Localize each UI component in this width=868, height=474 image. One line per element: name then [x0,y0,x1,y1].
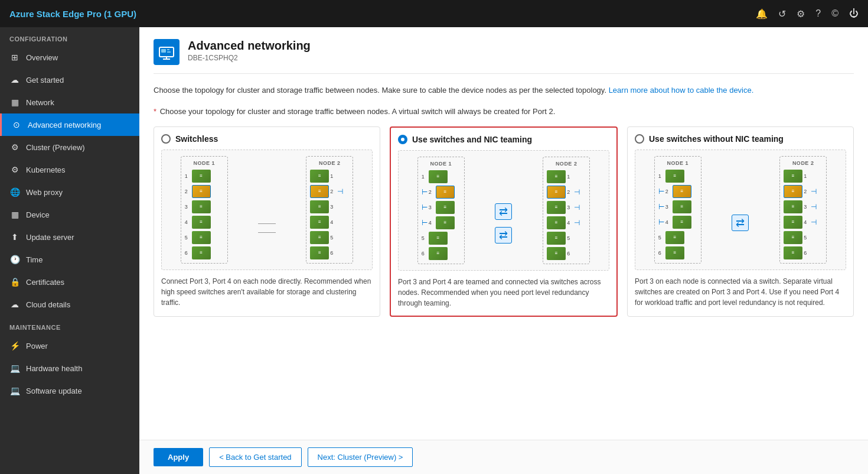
svg-rect-3 [167,51,171,53]
node2-nic-teaming: NODE 2 ≡ 1 ≡ 2 ⊣ ≡ [543,157,590,264]
sidebar-item-overview[interactable]: ⊞ Overview [0,46,139,69]
card-desc-switchless: Connect Port 3, Port 4 on each node dire… [161,276,373,308]
bell-icon[interactable]: 🔔 [756,8,768,20]
topbar-icons: 🔔 ↺ ⚙ ? © ⏻ [756,8,859,20]
topology-instruction: * Choose your topology for cluster and s… [154,107,854,116]
sidebar-item-cluster[interactable]: ⚙ Cluster (Preview) [0,136,139,158]
topology-cards: Switchless NODE 1 1 ≡ 2 ≡ [154,126,854,317]
advanced-networking-icon: ⊙ [11,119,22,130]
next-button[interactable]: Next: Cluster (Preview) > [308,447,413,467]
sidebar-item-certificates[interactable]: 🔒 Certificates [0,271,139,293]
sidebar-item-time[interactable]: 🕐 Time [0,248,139,271]
sidebar-item-label: Update server [26,233,74,242]
cloud-details-icon: ☁ [9,299,20,310]
radio-nic-teaming[interactable] [398,135,407,144]
sidebar-item-label: Cloud details [26,300,70,309]
page-header-icon [154,39,180,65]
nic-teaming-switches: ⇄ ⇄ [495,203,512,244]
sidebar-item-kubernetes[interactable]: ⚙ Kubernetes [0,158,139,181]
node1-nic-teaming: NODE 1 1 ≡ ⊢ 2 ≡ ⊢ [417,157,465,264]
sidebar-item-network[interactable]: ▦ Network [0,91,139,113]
sidebar-item-label: Get started [26,76,64,85]
certificates-icon: 🔒 [9,277,20,287]
copyright-icon[interactable]: © [831,8,838,19]
get-started-icon: ☁ [9,74,20,85]
back-button[interactable]: < Back to Get started [209,447,301,467]
sidebar-item-label: Power [26,342,48,350]
sidebar-item-label: Software update [26,387,82,395]
cluster-icon: ⚙ [9,142,20,152]
time-icon: 🕐 [9,254,20,265]
sidebar-item-label: Device [26,210,50,219]
node-diagram-nic-teaming: NODE 1 1 ≡ ⊢ 2 ≡ ⊢ [398,150,609,271]
sidebar-item-update-server[interactable]: ⬆ Update server [0,226,139,248]
sidebar-item-software-update[interactable]: 💻 Software update [0,379,139,402]
node-diagram-switchless: NODE 1 1 ≡ 2 ≡ 3 ≡ [161,150,373,270]
node2-switchless: NODE 2 ≡ 1 ≡ 2 ⊣ ≡ [306,156,353,264]
node1-no-nic: NODE 1 1 ≡ ⊢ 2 ≡ ⊢ [654,156,701,264]
hardware-health-icon: 💻 [9,363,20,374]
sidebar-item-web-proxy[interactable]: 🌐 Web proxy [0,181,139,203]
learn-more-link[interactable]: Learn more about how to cable the device… [609,86,754,95]
page-title: Advanced networking [188,39,311,53]
sidebar: CONFIGURATION ⊞ Overview ☁ Get started ▦… [0,27,139,474]
apply-button[interactable]: Apply [154,448,203,466]
update-server-icon: ⬆ [9,232,20,242]
sidebar-item-cloud-details[interactable]: ☁ Cloud details [0,293,139,316]
help-icon[interactable]: ? [815,8,821,19]
sidebar-item-label: Time [26,255,43,264]
card-desc-nic-teaming: Port 3 and Port 4 are teamed and connect… [398,277,609,309]
radio-switchless[interactable] [161,134,171,144]
device-icon: ▦ [9,209,20,220]
sidebar-item-label: Kubernetes [26,165,66,174]
maintenance-section-label: MAINTENANCE [0,316,139,335]
node2-no-nic: NODE 2 ≡ 1 ≡ 2 ⊣ ≡ [779,156,827,264]
card-header-nic-teaming: Use switches and NIC teaming [398,135,609,144]
sidebar-item-label: Web proxy [26,188,63,197]
card-header-no-nic: Use switches without NIC teaming [635,134,846,144]
card-header-switchless: Switchless [161,134,373,144]
network-icon: ▦ [9,97,20,108]
gear-icon[interactable]: ⚙ [797,8,805,20]
sidebar-item-label: Network [26,98,54,107]
sidebar-item-label: Advanced networking [28,121,101,129]
power-icon[interactable]: ⏻ [849,8,859,19]
sidebar-item-label: Overview [26,53,58,62]
page-header-text: Advanced networking DBE-1CSPHQ2 [188,39,311,62]
app-title: Azure Stack Edge Pro (1 GPU) [9,9,756,19]
kubernetes-icon: ⚙ [9,164,20,175]
page-subtitle: DBE-1CSPHQ2 [188,54,311,62]
radio-no-nic[interactable] [635,134,644,144]
topology-card-no-nic[interactable]: Use switches without NIC teaming NODE 1 … [627,126,854,317]
topbar: Azure Stack Edge Pro (1 GPU) 🔔 ↺ ⚙ ? © ⏻ [0,0,868,27]
topology-card-switchless[interactable]: Switchless NODE 1 1 ≡ 2 ≡ [154,126,380,317]
topology-card-nic-teaming[interactable]: Use switches and NIC teaming NODE 1 1 ≡ … [390,126,618,317]
required-marker: * [154,107,156,116]
page-header: Advanced networking DBE-1CSPHQ2 [154,39,854,74]
main-layout: CONFIGURATION ⊞ Overview ☁ Get started ▦… [0,27,868,474]
refresh-icon[interactable]: ↺ [778,8,786,20]
switch-icon-1: ⇄ [495,203,512,220]
svg-rect-1 [161,49,166,53]
card-desc-no-nic: Port 3 on each node is connected via a s… [635,276,846,308]
power-sidebar-icon: ⚡ [9,340,20,351]
sidebar-item-label: Certificates [26,278,64,287]
software-update-icon: 💻 [9,385,20,396]
sidebar-item-power[interactable]: ⚡ Power [0,335,139,357]
switch-icon-2: ⇄ [495,227,512,244]
switchless-connections [258,187,276,233]
content-area: Advanced networking DBE-1CSPHQ2 Choose t… [139,27,868,474]
content-body: Advanced networking DBE-1CSPHQ2 Choose t… [139,27,868,440]
node1-switchless: NODE 1 1 ≡ 2 ≡ 3 ≡ [181,156,228,264]
node-diagram-no-nic: NODE 1 1 ≡ ⊢ 2 ≡ ⊢ [635,150,846,270]
sidebar-item-label: Cluster (Preview) [26,143,85,152]
sidebar-item-label: Hardware health [26,364,82,373]
config-section-label: CONFIGURATION [0,27,139,46]
sidebar-item-device[interactable]: ▦ Device [0,203,139,226]
no-nic-switch: ⇄ [732,215,749,231]
overview-icon: ⊞ [9,52,20,63]
sidebar-item-advanced-networking[interactable]: ⊙ Advanced networking [0,113,139,136]
sidebar-item-get-started[interactable]: ☁ Get started [0,69,139,91]
sidebar-item-hardware-health[interactable]: 💻 Hardware health [0,357,139,379]
web-proxy-icon: 🌐 [9,187,20,197]
